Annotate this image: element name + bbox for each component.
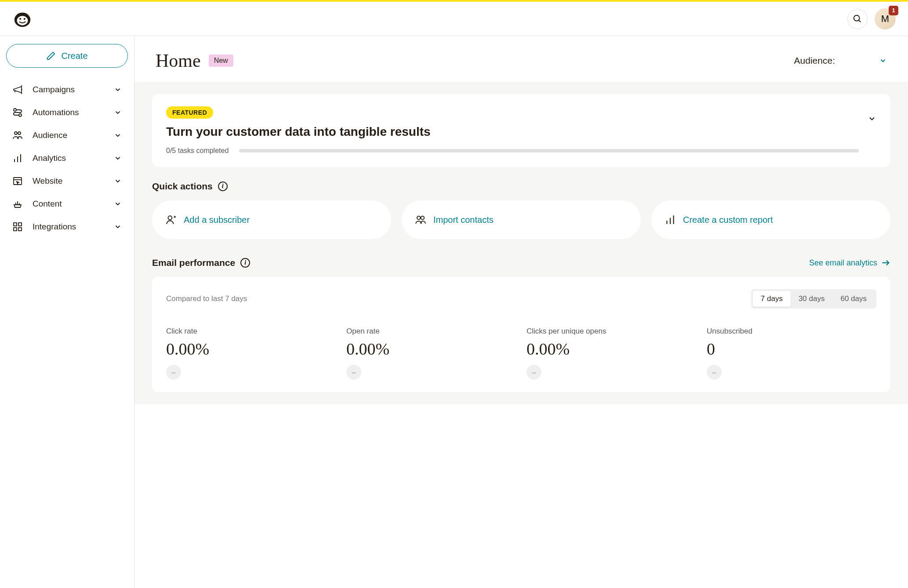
arrow-right-icon xyxy=(881,258,890,268)
add-person-icon xyxy=(165,214,177,225)
sidebar-item-label: Website xyxy=(33,176,114,186)
info-icon[interactable]: i xyxy=(240,258,250,268)
main-content: Home New Audience: FEATURED Turn your cu… xyxy=(134,36,908,588)
chevron-down-icon[interactable] xyxy=(868,114,876,123)
sidebar-item-content[interactable]: Content xyxy=(6,192,128,215)
header: M 1 xyxy=(0,2,908,36)
chevron-down-icon xyxy=(879,57,887,65)
featured-badge: FEATURED xyxy=(166,106,213,119)
featured-card: FEATURED Turn your customer data into ta… xyxy=(152,94,890,167)
quick-actions-title: Quick actions xyxy=(152,181,213,192)
metric-delta: -- xyxy=(707,365,722,380)
notification-badge: 1 xyxy=(889,6,898,15)
search-icon xyxy=(853,14,862,24)
action-label: Create a custom report xyxy=(683,214,773,225)
sidebar-item-label: Integrations xyxy=(33,222,114,232)
svg-point-4 xyxy=(854,15,860,21)
svg-point-3 xyxy=(24,18,25,19)
people-icon xyxy=(415,214,426,225)
megaphone-icon xyxy=(12,84,23,95)
sidebar-item-label: Content xyxy=(33,199,114,209)
new-badge: New xyxy=(209,54,233,67)
time-range-segment: 7 days 30 days 60 days xyxy=(751,289,876,309)
metric-label: Click rate xyxy=(166,327,336,336)
segment-60-days[interactable]: 60 days xyxy=(832,291,875,307)
metric-delta: -- xyxy=(346,365,361,380)
svg-point-9 xyxy=(18,132,21,134)
chevron-down-icon xyxy=(114,177,122,185)
import-contacts-button[interactable]: Import contacts xyxy=(402,200,641,239)
audience-label: Audience: xyxy=(794,55,835,66)
metric-open-rate: Open rate 0.00% -- xyxy=(346,327,516,380)
compare-text: Compared to last 7 days xyxy=(166,294,247,303)
segment-30-days[interactable]: 30 days xyxy=(791,291,833,307)
sidebar-item-label: Automations xyxy=(33,108,114,117)
chevron-down-icon xyxy=(114,154,122,162)
mailchimp-logo[interactable] xyxy=(12,9,33,29)
chevron-down-icon xyxy=(114,200,122,208)
svg-point-2 xyxy=(19,18,21,19)
svg-point-19 xyxy=(168,216,172,220)
svg-point-1 xyxy=(17,16,28,25)
sidebar-item-label: Campaigns xyxy=(33,85,114,94)
pencil-icon xyxy=(46,51,56,61)
link-label: See email analytics xyxy=(809,258,877,268)
email-performance-title: Email performance xyxy=(152,258,235,268)
avatar-initial: M xyxy=(881,13,889,25)
metric-value: 0.00% xyxy=(346,339,516,359)
metric-label: Open rate xyxy=(346,327,516,336)
sidebar-item-website[interactable]: Website xyxy=(6,170,128,192)
email-performance-card: Compared to last 7 days 7 days 30 days 6… xyxy=(152,277,890,392)
brush-icon xyxy=(12,199,23,209)
info-icon[interactable]: i xyxy=(218,181,228,191)
bar-chart-icon xyxy=(12,153,23,163)
sidebar-item-campaigns[interactable]: Campaigns xyxy=(6,78,128,101)
svg-point-22 xyxy=(417,216,421,220)
metric-delta: -- xyxy=(527,365,541,380)
avatar[interactable]: M 1 xyxy=(875,8,896,29)
see-email-analytics-link[interactable]: See email analytics xyxy=(809,258,890,268)
automation-icon xyxy=(12,107,23,118)
sidebar-item-label: Audience xyxy=(33,131,114,140)
sidebar-item-automations[interactable]: Automations xyxy=(6,101,128,124)
metric-click-rate: Click rate 0.00% -- xyxy=(166,327,336,380)
segment-7-days[interactable]: 7 days xyxy=(753,291,791,307)
sidebar-item-analytics[interactable]: Analytics xyxy=(6,147,128,170)
cursor-window-icon xyxy=(12,176,23,186)
audience-dropdown[interactable]: Audience: xyxy=(794,55,887,66)
chevron-down-icon xyxy=(114,109,122,116)
featured-title: Turn your customer data into tangible re… xyxy=(166,125,859,139)
add-subscriber-button[interactable]: Add a subscriber xyxy=(152,200,391,239)
create-button[interactable]: Create xyxy=(6,44,128,68)
chevron-down-icon xyxy=(114,86,122,94)
search-button[interactable] xyxy=(847,9,868,29)
metric-unsubscribed: Unsubscribed 0 -- xyxy=(707,327,876,380)
svg-point-6 xyxy=(14,109,16,111)
grid-icon xyxy=(12,221,23,232)
svg-rect-18 xyxy=(18,228,22,231)
metric-label: Clicks per unique opens xyxy=(527,327,696,336)
progress-text: 0/5 tasks completed xyxy=(166,147,229,155)
svg-point-8 xyxy=(15,132,17,134)
sidebar-item-audience[interactable]: Audience xyxy=(6,124,128,147)
create-report-button[interactable]: Create a custom report xyxy=(651,200,890,239)
svg-point-23 xyxy=(421,216,425,220)
chevron-down-icon xyxy=(114,223,122,231)
metric-delta: -- xyxy=(166,365,181,380)
action-label: Import contacts xyxy=(433,214,494,225)
sidebar-item-integrations[interactable]: Integrations xyxy=(6,215,128,238)
action-label: Add a subscriber xyxy=(184,214,250,225)
metric-value: 0.00% xyxy=(527,339,696,359)
progress-bar xyxy=(239,149,859,152)
people-icon xyxy=(12,130,23,141)
create-label: Create xyxy=(61,51,87,61)
metric-value: 0 xyxy=(707,339,876,359)
sidebar: Create Campaigns Automations Audie xyxy=(0,36,134,588)
svg-rect-16 xyxy=(18,223,22,226)
chevron-down-icon xyxy=(114,131,122,139)
bar-chart-icon xyxy=(665,214,676,225)
svg-line-5 xyxy=(859,20,861,22)
sidebar-item-label: Analytics xyxy=(33,153,114,163)
svg-rect-15 xyxy=(14,223,17,226)
metric-value: 0.00% xyxy=(166,339,336,359)
